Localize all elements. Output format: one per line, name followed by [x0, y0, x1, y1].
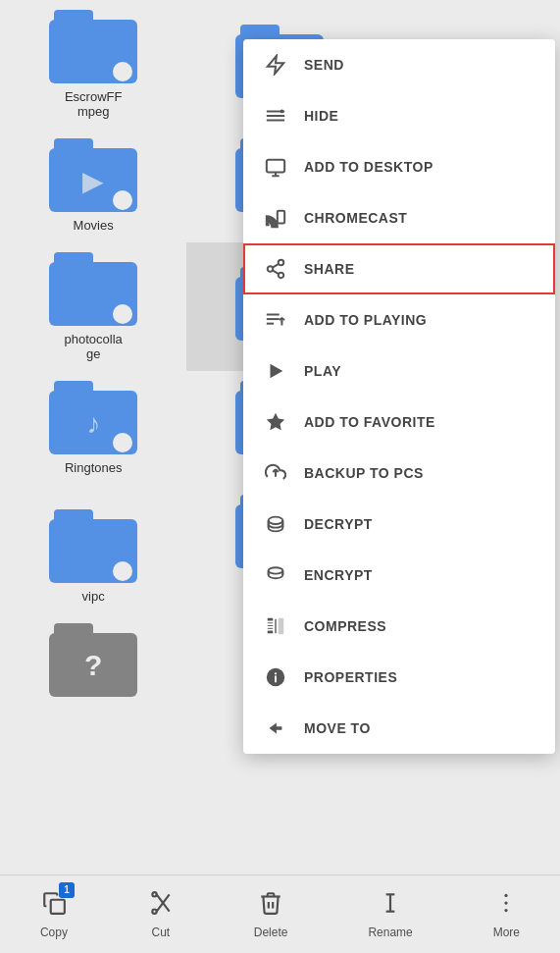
move-icon [263, 715, 288, 741]
menu-item-chromecast[interactable]: CHROMECAST [243, 192, 555, 243]
menu-item-encrypt[interactable]: ENCRYPT [243, 550, 555, 601]
svg-line-10 [273, 264, 279, 268]
svg-rect-25 [268, 625, 274, 626]
send-icon [263, 52, 288, 78]
menu-label-chromecast: CHROMECAST [304, 210, 407, 226]
menu-label-move-to: MOVE TO [304, 720, 371, 736]
svg-point-32 [275, 672, 277, 674]
menu-label-encrypt: ENCRYPT [304, 567, 373, 583]
svg-rect-4 [267, 160, 284, 173]
menu-label-compress: COMPRESS [304, 618, 386, 634]
menu-item-add-to-desktop[interactable]: ADD TO DESKTOP [243, 141, 555, 192]
menu-item-send[interactable]: SEND [243, 39, 555, 90]
menu-item-play[interactable]: PLAY [243, 345, 555, 397]
svg-line-9 [273, 270, 279, 274]
menu-item-move-to[interactable]: MOVE TO [243, 703, 555, 754]
info-icon [263, 664, 288, 690]
menu-item-share[interactable]: SHARE [243, 243, 555, 294]
compress-icon [263, 613, 288, 639]
queue-icon [263, 307, 288, 333]
star-icon [263, 409, 288, 435]
desktop-icon [263, 154, 288, 180]
menu-item-properties[interactable]: PROPERTIES [243, 652, 555, 703]
svg-rect-24 [268, 622, 274, 623]
share-icon [263, 256, 288, 282]
menu-item-compress[interactable]: COMPRESS [243, 601, 555, 652]
svg-rect-23 [268, 618, 274, 621]
menu-label-share: SHARE [304, 261, 355, 277]
svg-rect-27 [268, 631, 274, 634]
play-triangle-icon [263, 358, 288, 384]
menu-label-add-to-playing: ADD TO PLAYING [304, 312, 427, 328]
svg-rect-26 [268, 628, 274, 629]
cast-icon [263, 205, 288, 231]
menu-label-properties: PROPERTIES [304, 669, 397, 685]
svg-point-6 [279, 260, 284, 266]
svg-rect-5 [278, 211, 284, 224]
svg-point-3 [280, 110, 284, 114]
svg-point-17 [269, 517, 283, 524]
menu-label-play: PLAY [304, 363, 341, 379]
menu-label-hide: HIDE [304, 108, 338, 124]
backup-icon [263, 460, 288, 486]
svg-marker-16 [267, 413, 284, 430]
svg-point-20 [269, 567, 283, 573]
context-menu: SEND HIDE ADD TO DESKTOP [243, 39, 555, 754]
menu-item-add-to-playing[interactable]: ADD TO PLAYING [243, 294, 555, 345]
svg-marker-15 [271, 364, 283, 379]
menu-label-backup: BACKUP TO PCS [304, 465, 424, 481]
menu-item-decrypt[interactable]: DECRYPT [243, 499, 555, 550]
menu-label-send: SEND [304, 57, 344, 73]
encrypt-icon [263, 562, 288, 588]
menu-item-backup[interactable]: BACKUP TO PCS [243, 448, 555, 499]
svg-marker-33 [270, 723, 282, 734]
decrypt-icon [263, 511, 288, 537]
svg-point-8 [279, 273, 284, 279]
svg-rect-28 [279, 618, 284, 635]
hide-icon [263, 103, 288, 129]
menu-item-hide[interactable]: HIDE [243, 90, 555, 141]
menu-item-add-to-favorite[interactable]: ADD TO FAVORITE [243, 397, 555, 448]
menu-label-add-to-favorite: ADD TO FAVORITE [304, 414, 435, 430]
svg-point-7 [268, 266, 274, 272]
menu-label-decrypt: DECRYPT [304, 516, 373, 532]
menu-label-add-to-desktop: ADD TO DESKTOP [304, 159, 433, 175]
